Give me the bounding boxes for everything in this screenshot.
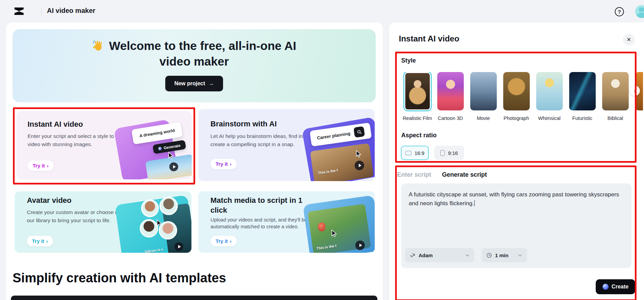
play-button-icon: [174, 242, 183, 251]
aspect-ratio-label: Aspect ratio: [401, 132, 437, 139]
style-thumb[interactable]: [536, 72, 563, 110]
avatar-circle: [159, 197, 178, 215]
voice-value: Adam: [419, 252, 433, 258]
try-it-button-instant[interactable]: Try it›: [28, 160, 54, 171]
user-avatar[interactable]: [635, 5, 644, 18]
mouse-cursor-icon: [330, 229, 338, 237]
aspect-ratio-16-9[interactable]: 16:9: [401, 146, 429, 160]
style-thumb[interactable]: [437, 72, 464, 110]
card-instant-ai-video[interactable]: Instant AI video Enter your script and s…: [16, 111, 192, 179]
landscape-ratio-icon: [405, 151, 411, 155]
style-option-whimsical[interactable]: Whimsical: [533, 72, 566, 124]
wave-hand-icon: [92, 40, 104, 52]
ai-orb-icon: [603, 284, 609, 290]
welcome-title: Welcome to the free, all-in-one AI video…: [13, 38, 376, 69]
close-icon: ✕: [627, 36, 631, 43]
play-button-icon: [355, 241, 365, 250]
mouse-cursor-icon: [167, 152, 175, 160]
card-avatar-video[interactable]: Avatar video Create your custom avatar o…: [15, 191, 191, 253]
try-it-button-avatar[interactable]: Try it›: [27, 236, 53, 246]
avatar-person-icon: [639, 7, 644, 12]
templates-strip: [11, 296, 377, 300]
chevron-right-icon: ›: [230, 161, 232, 167]
style-thumb[interactable]: [404, 72, 431, 110]
top-bar: AI video maker ?: [0, 0, 644, 22]
style-label: Style: [401, 57, 416, 64]
search-icon: [354, 126, 365, 138]
welcome-banner: Welcome to the free, all-in-one AI video…: [13, 29, 376, 102]
style-thumb[interactable]: [569, 72, 596, 110]
card-match-media[interactable]: Match media to script in 1 click Upload …: [198, 191, 375, 253]
voice-icon: [410, 252, 416, 258]
card-title: Brainstorm with AI: [210, 120, 277, 128]
style-option-futuristic[interactable]: Futuristic: [566, 72, 599, 124]
style-thumb[interactable]: [503, 72, 530, 110]
divider: [41, 7, 41, 16]
chevron-down-icon: [465, 253, 470, 258]
chevron-right-icon: ›: [230, 238, 232, 244]
card-brainstorm-with-ai[interactable]: Brainstorm with AI Let AI help you brain…: [198, 109, 375, 181]
chevron-right-icon: ›: [47, 163, 49, 169]
close-button[interactable]: ✕: [623, 34, 635, 46]
try-it-button-brainstorm[interactable]: Try it›: [210, 159, 237, 169]
card-title: Instant AI video: [28, 120, 83, 129]
avatar-circle: [141, 199, 159, 217]
section-heading: Simplify creation with AI templates: [13, 271, 226, 285]
tab-generate-script[interactable]: Generate script: [442, 171, 487, 178]
chevron-right-icon: ›: [634, 87, 636, 94]
ai-orb-icon: [158, 146, 162, 150]
tab-enter-script[interactable]: Enter script: [397, 171, 431, 178]
duration-value: 1 min: [495, 252, 508, 258]
style-option-biblical[interactable]: Biblical: [599, 72, 632, 124]
card-title: Match media to script in 1 click: [210, 195, 316, 215]
try-it-button-match[interactable]: Try it›: [210, 236, 237, 246]
text-caret: [474, 200, 475, 206]
card-description: Upload your videos and script, and they'…: [210, 216, 318, 230]
style-option-photograph[interactable]: Photograph: [500, 72, 533, 124]
create-button[interactable]: Create: [596, 279, 635, 294]
new-project-button[interactable]: New project →: [165, 76, 223, 91]
welcome-title-line1: Welcome to the free, all-in-one AI: [109, 38, 296, 54]
voice-dropdown[interactable]: Adam: [405, 248, 474, 262]
chevron-right-icon: ›: [46, 238, 48, 244]
chevron-down-icon: [518, 253, 522, 258]
style-option-cartoon-3d[interactable]: Cartoon 3D: [434, 72, 467, 124]
capcut-logo-icon[interactable]: [14, 6, 24, 17]
arrow-right-icon: →: [208, 81, 214, 87]
duration-dropdown[interactable]: 1 min: [481, 248, 527, 262]
page-title: AI video maker: [47, 7, 95, 15]
help-button[interactable]: ?: [615, 7, 624, 16]
card-title: Avatar video: [27, 196, 71, 205]
mouse-cursor-icon: [155, 219, 164, 227]
play-button-icon: [355, 161, 364, 170]
style-thumb[interactable]: [470, 72, 497, 110]
app-root: AI video maker ?: [0, 0, 644, 300]
berry-dot: [318, 223, 325, 231]
style-thumb[interactable]: [602, 72, 629, 110]
portrait-ratio-icon: [440, 150, 445, 156]
style-carousel: Realistic Film Cartoon 3D Movie Photogra…: [401, 72, 643, 124]
style-option-partial[interactable]: [632, 72, 643, 124]
mouse-cursor-icon: [355, 150, 363, 158]
panel-title: Instant AI video: [399, 34, 459, 43]
script-text: A futuristic cityscape at sunset, with f…: [409, 190, 623, 208]
clock-icon: [486, 252, 492, 258]
welcome-title-line2: video maker: [13, 54, 376, 69]
question-mark-icon: ?: [618, 9, 621, 15]
aspect-ratio-9-16[interactable]: 9:16: [434, 146, 464, 160]
carousel-next-button[interactable]: ›: [630, 86, 640, 96]
style-option-movie[interactable]: Movie: [467, 72, 500, 124]
play-button-icon: [169, 162, 178, 171]
style-option-realistic-film[interactable]: Realistic Film: [401, 72, 434, 124]
